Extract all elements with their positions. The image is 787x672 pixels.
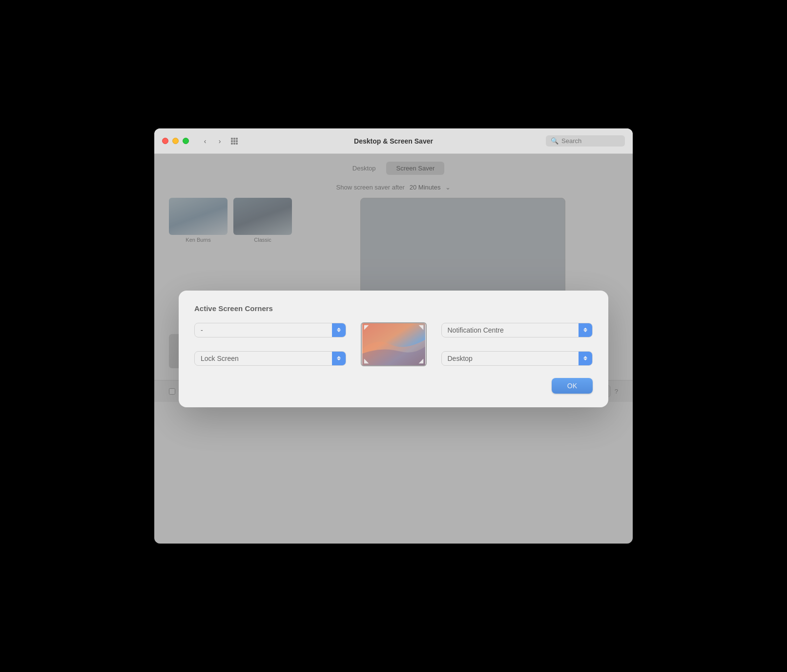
bottom-right-select[interactable]: Desktop (441, 351, 593, 366)
app-window: ‹ › Desktop & Screen Saver 🔍 D (154, 128, 633, 544)
arrow-up-icon (337, 356, 341, 358)
search-box[interactable]: 🔍 (546, 135, 625, 147)
forward-button[interactable]: › (213, 135, 226, 147)
search-input[interactable] (561, 137, 620, 145)
bottom-left-arrows[interactable] (332, 351, 346, 366)
main-content: Desktop Screen Saver Show screen saver a… (154, 154, 633, 544)
svg-rect-7 (233, 143, 235, 145)
corners-right: Notification Centre Desktop (441, 323, 593, 366)
svg-rect-4 (233, 140, 235, 142)
arrow-up-icon (337, 328, 341, 330)
arrow-down-icon (337, 358, 341, 360)
corners-container: - Lock Screen (194, 322, 593, 366)
top-left-value: - (195, 326, 332, 334)
modal-overlay: Active Screen Corners - (154, 154, 633, 544)
arrow-down-icon (583, 330, 587, 332)
screen-corner-preview (361, 322, 427, 366)
traffic-lights (162, 138, 189, 144)
back-button[interactable]: ‹ (199, 135, 211, 147)
search-icon: 🔍 (551, 137, 559, 145)
svg-rect-5 (236, 140, 238, 142)
minimize-button[interactable] (172, 138, 179, 144)
top-right-value: Notification Centre (442, 326, 579, 334)
modal-footer: OK (194, 378, 593, 394)
arrow-down-icon (337, 330, 341, 332)
window-title: Desktop & Screen Saver (354, 137, 433, 145)
top-left-select[interactable]: - (194, 323, 346, 337)
svg-rect-3 (231, 140, 233, 142)
svg-rect-2 (236, 138, 238, 140)
arrow-up-icon (583, 328, 587, 330)
modal-title: Active Screen Corners (194, 304, 593, 313)
bottom-left-select[interactable]: Lock Screen (194, 351, 346, 366)
maximize-button[interactable] (183, 138, 189, 144)
top-left-arrows[interactable] (332, 323, 346, 337)
svg-rect-6 (231, 143, 233, 145)
titlebar: ‹ › Desktop & Screen Saver 🔍 (154, 128, 633, 154)
bottom-right-value: Desktop (442, 355, 579, 362)
bottom-left-value: Lock Screen (195, 355, 332, 362)
close-button[interactable] (162, 138, 168, 144)
grid-button[interactable] (228, 135, 241, 147)
svg-rect-1 (233, 138, 235, 140)
corners-left: - Lock Screen (194, 323, 346, 366)
svg-rect-8 (236, 143, 238, 145)
top-right-select[interactable]: Notification Centre (441, 323, 593, 337)
active-screen-corners-modal: Active Screen Corners - (179, 291, 608, 407)
arrow-up-icon (583, 356, 587, 358)
svg-rect-0 (231, 138, 233, 140)
ok-button[interactable]: OK (552, 378, 593, 394)
arrow-down-icon (583, 358, 587, 360)
nav-buttons: ‹ › (199, 135, 226, 147)
bottom-right-arrows[interactable] (579, 351, 592, 366)
top-right-arrows[interactable] (579, 323, 592, 337)
